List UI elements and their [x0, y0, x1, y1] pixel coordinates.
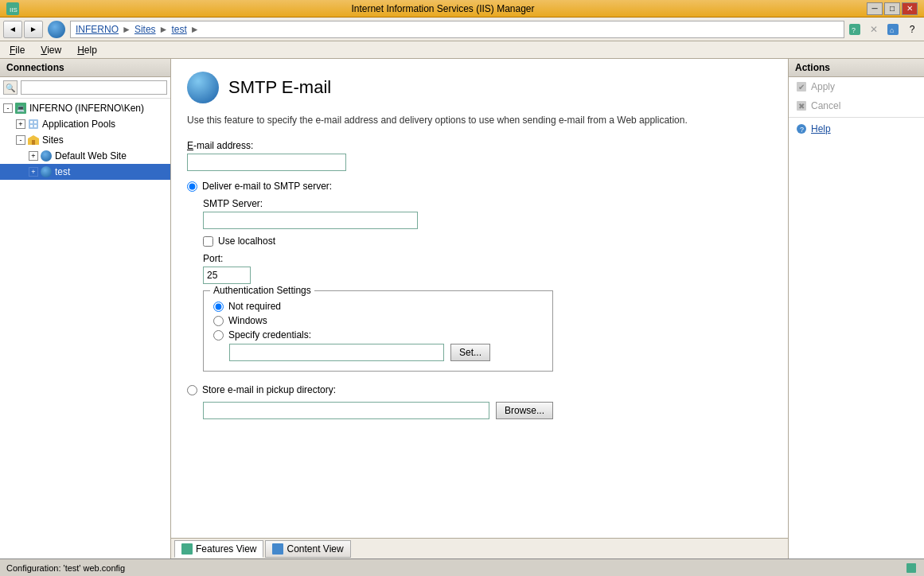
maximize-button[interactable]: □ — [884, 2, 900, 15]
app-icon: IIS — [6, 2, 19, 15]
window-title: Internet Information Services (IIS) Mana… — [19, 3, 867, 14]
tree-label-test: test — [55, 166, 70, 177]
nav-extra-btn1[interactable]: ? — [846, 21, 864, 38]
pool-icon — [27, 118, 40, 130]
use-localhost-row[interactable]: Use localhost — [203, 235, 772, 247]
auth-legend: Authentication Settings — [210, 285, 314, 296]
connections-search-area: 🔍 — [0, 77, 170, 99]
nav-extra-btn2[interactable]: ✕ — [865, 21, 883, 38]
expand-inferno[interactable]: - — [3, 103, 13, 113]
use-localhost-label[interactable]: Use localhost — [218, 235, 275, 247]
port-input[interactable] — [203, 267, 251, 284]
connections-panel: Connections 🔍 - 💻 INFERNO (INFERNO\Ken) … — [0, 59, 171, 558]
connections-header: Connections — [0, 59, 170, 77]
content-view-label: Content View — [287, 543, 343, 555]
defaultweb-icon — [40, 150, 53, 162]
apply-action[interactable]: ✔ Apply — [789, 77, 924, 96]
svg-rect-12 — [32, 140, 35, 145]
store-radio-row[interactable]: Store e-mail in pickup directory: — [187, 384, 772, 395]
tree-item-sites[interactable]: - Sites — [0, 132, 170, 148]
store-path-input[interactable] — [203, 402, 489, 419]
sites-icon — [27, 134, 40, 146]
minimize-button[interactable]: ─ — [867, 2, 883, 15]
tree-item-inferno[interactable]: - 💻 INFERNO (INFERNO\Ken) — [0, 100, 170, 116]
expand-sites[interactable]: - — [16, 135, 25, 145]
auth-credentials-label[interactable]: Specify credentials: — [228, 329, 311, 341]
breadcrumb-test[interactable]: test — [171, 24, 186, 35]
credentials-input-row: Set... — [229, 344, 543, 361]
auth-windows-radio[interactable] — [213, 316, 224, 326]
tree-item-apppools[interactable]: + Application Pools — [0, 116, 170, 132]
deliver-smtp-radio[interactable] — [187, 181, 197, 192]
close-button[interactable]: ✕ — [902, 2, 918, 15]
deliver-smtp-label[interactable]: Deliver e-mail to SMTP server: — [202, 181, 332, 192]
auth-notrequired-label[interactable]: Not required — [228, 301, 281, 312]
tree-item-defaultweb[interactable]: + Default Web Site — [0, 148, 170, 164]
menu-bar: File View Help — [0, 41, 924, 59]
menu-view[interactable]: View — [37, 43, 64, 57]
svg-rect-10 — [34, 125, 37, 127]
svg-text:?: ? — [852, 26, 856, 34]
email-input[interactable] — [187, 154, 346, 171]
smtp-server-section: SMTP Server: Use localhost Port: Authent… — [203, 198, 772, 372]
svg-text:⌂: ⌂ — [890, 26, 894, 34]
smtp-server-input[interactable] — [203, 212, 418, 229]
expand-apppools[interactable]: + — [16, 119, 25, 129]
credentials-input[interactable] — [229, 344, 444, 361]
port-label: Port: — [203, 253, 772, 264]
auth-credentials-radio[interactable] — [213, 330, 224, 341]
help-label: Help — [811, 123, 831, 134]
status-text: Configuration: 'test' web.config — [6, 563, 125, 573]
back-button[interactable]: ◄ — [3, 21, 22, 38]
features-view-icon — [181, 543, 193, 555]
nav-globe-icon — [48, 21, 65, 38]
connections-search-input[interactable] — [21, 80, 167, 95]
svg-rect-7 — [30, 121, 33, 123]
auth-notrequired-radio[interactable] — [213, 302, 224, 312]
features-view-tab[interactable]: Features View — [174, 540, 263, 558]
status-icon — [905, 562, 918, 574]
menu-file[interactable]: File — [6, 43, 28, 57]
browse-button[interactable]: Browse... — [496, 402, 553, 419]
svg-rect-9 — [30, 125, 33, 127]
cancel-label: Cancel — [811, 100, 840, 111]
breadcrumb-bar: INFERNO ► Sites ► test ► — [70, 21, 844, 38]
content-inner: SMTP E-mail Use this feature to specify … — [171, 59, 788, 538]
forward-button[interactable]: ► — [24, 21, 43, 38]
page-header: SMTP E-mail — [187, 72, 772, 103]
use-localhost-checkbox[interactable] — [203, 236, 213, 247]
sep3: ► — [190, 24, 200, 35]
port-group: Port: — [203, 253, 772, 284]
title-bar: IIS Internet Information Services (IIS) … — [0, 0, 924, 18]
cancel-action[interactable]: ✖ Cancel — [789, 96, 924, 115]
tree-label-apppools: Application Pools — [42, 119, 115, 130]
auth-credentials-row[interactable]: Specify credentials: — [213, 329, 543, 341]
breadcrumb-sites[interactable]: Sites — [135, 24, 156, 35]
nav-right-buttons: ? ✕ ⌂ ? — [846, 21, 921, 38]
menu-help[interactable]: Help — [74, 43, 100, 57]
auth-notrequired-row[interactable]: Not required — [213, 301, 543, 312]
auth-windows-row[interactable]: Windows — [213, 315, 543, 326]
content-view-tab[interactable]: Content View — [265, 540, 350, 558]
computer-icon: 💻 — [14, 102, 27, 115]
bottom-tab-bar: Features View Content View — [171, 538, 788, 558]
expand-defaultweb[interactable]: + — [29, 151, 38, 161]
set-button[interactable]: Set... — [450, 344, 490, 361]
nav-help-btn[interactable]: ? — [903, 21, 921, 38]
svg-rect-8 — [34, 121, 37, 123]
help-icon: ? — [795, 123, 808, 135]
tree-label-inferno: INFERNO (INFERNO\Ken) — [29, 103, 144, 114]
nav-extra-btn3[interactable]: ⌂ — [884, 21, 902, 38]
breadcrumb-inferno[interactable]: INFERNO — [76, 24, 119, 35]
help-action[interactable]: ? Help — [789, 119, 924, 138]
nav-bar: ◄ ► INFERNO ► Sites ► test ► ? ✕ ⌂ ? — [0, 18, 924, 41]
deliver-radio-row[interactable]: Deliver e-mail to SMTP server: — [187, 181, 772, 192]
tree-item-test[interactable]: + test — [0, 164, 170, 180]
auth-windows-label[interactable]: Windows — [228, 315, 267, 326]
smtp-server-label: SMTP Server: — [203, 198, 772, 209]
content-area: SMTP E-mail Use this feature to specify … — [171, 59, 789, 558]
expand-test[interactable]: + — [29, 167, 38, 177]
store-pickup-radio[interactable] — [187, 385, 197, 395]
search-icon: 🔍 — [3, 80, 18, 95]
store-pickup-label[interactable]: Store e-mail in pickup directory: — [202, 384, 336, 395]
